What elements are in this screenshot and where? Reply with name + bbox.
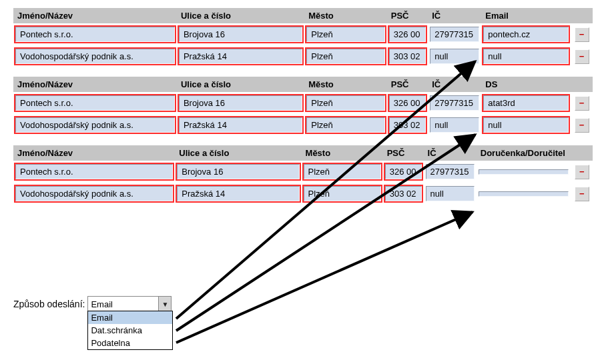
table-row: Vodohospodářský podnik a.s. Pražská 14 P… [13, 183, 593, 205]
header-row: Jméno/Název Ulice a číslo Město PSČ IČ D… [13, 145, 593, 161]
cell-name[interactable]: Pontech s.r.o. [15, 164, 173, 179]
remove-button[interactable]: − [575, 27, 589, 42]
cell-email[interactable]: pontech.cz [483, 27, 569, 42]
cell-street[interactable]: Brojova 16 [179, 95, 302, 111]
cell-street[interactable]: Pražská 14 [179, 117, 302, 133]
send-option[interactable]: Podatelna [88, 337, 172, 349]
cell-city[interactable]: Plzeň [306, 49, 384, 64]
send-option[interactable]: Dat.schránka [88, 324, 172, 337]
cell-ic[interactable]: null [430, 117, 479, 133]
cell-doruc[interactable] [479, 191, 569, 197]
col-psc: PSČ [387, 8, 428, 23]
send-option[interactable]: Email [88, 311, 172, 324]
table-email: Jméno/Název Ulice a číslo Město PSČ IČ E… [13, 8, 593, 67]
col-city: Město [304, 77, 386, 92]
col-name: Jméno/Název [13, 8, 177, 23]
send-method-value: Email [88, 299, 158, 309]
send-method-label: Způsob odeslání: [13, 296, 85, 309]
cell-street[interactable]: Brojova 16 [179, 27, 302, 42]
remove-button[interactable]: − [575, 187, 589, 201]
col-ic: IČ [428, 77, 481, 92]
cell-ds[interactable]: null [483, 117, 569, 133]
col-street: Ulice a číslo [175, 145, 301, 161]
col-last: Doručenka/Doručitel [477, 145, 571, 161]
cell-city[interactable]: Plzeň [306, 95, 384, 111]
remove-button[interactable]: − [575, 49, 589, 64]
cell-city[interactable]: Plzeň [304, 186, 381, 201]
cell-street[interactable]: Pražská 14 [177, 186, 299, 201]
cell-psc[interactable]: 303 02 [385, 186, 422, 201]
cell-name[interactable]: Pontech s.r.o. [15, 95, 175, 111]
cell-doruc[interactable] [479, 169, 569, 175]
cell-email[interactable]: null [483, 49, 569, 64]
cell-name[interactable]: Pontech s.r.o. [15, 27, 175, 42]
cell-psc[interactable]: 326 00 [389, 27, 426, 42]
cell-name[interactable]: Vodohospodářský podnik a.s. [15, 117, 175, 133]
group-ds: Jméno/Název Ulice a číslo Město PSČ IČ D… [13, 77, 593, 136]
col-psc: PSČ [383, 145, 424, 161]
table-row: Pontech s.r.o. Brojova 16 Plzeň 326 00 2… [13, 161, 593, 183]
send-method-row: Způsob odeslání: Email ▼ Email Dat.schrá… [13, 296, 172, 312]
col-name: Jméno/Název [13, 145, 175, 161]
table-dorucenka: Jméno/Název Ulice a číslo Město PSČ IČ D… [13, 145, 593, 205]
col-city: Město [304, 8, 386, 23]
col-last: DS [481, 77, 571, 92]
remove-button[interactable]: − [575, 118, 589, 133]
cell-psc[interactable]: 326 00 [389, 95, 426, 111]
header-row: Jméno/Název Ulice a číslo Město PSČ IČ E… [13, 8, 593, 23]
cell-street[interactable]: Brojova 16 [177, 164, 299, 179]
chevron-down-icon[interactable]: ▼ [158, 297, 171, 311]
table-row: Pontech s.r.o. Brojova 16 Plzeň 326 00 2… [13, 23, 593, 45]
cell-ic[interactable]: 27977315 [426, 164, 475, 179]
cell-street[interactable]: Pražská 14 [179, 49, 302, 64]
send-method-options: Email Dat.schránka Podatelna [87, 311, 173, 350]
cell-city[interactable]: Plzeň [306, 117, 384, 133]
remove-button[interactable]: − [575, 96, 589, 111]
cell-psc[interactable]: 326 00 [385, 164, 422, 179]
col-psc: PSČ [387, 77, 428, 92]
col-street: Ulice a číslo [177, 8, 304, 23]
cell-name[interactable]: Vodohospodářský podnik a.s. [15, 49, 175, 64]
table-row: Pontech s.r.o. Brojova 16 Plzeň 326 00 2… [13, 92, 593, 114]
col-street: Ulice a číslo [177, 77, 304, 92]
cell-city[interactable]: Plzeň [306, 27, 384, 42]
cell-psc[interactable]: 303 02 [389, 49, 426, 64]
group-dorucenka: Jméno/Název Ulice a číslo Město PSČ IČ D… [13, 145, 593, 205]
group-email: Jméno/Název Ulice a číslo Město PSČ IČ E… [13, 8, 593, 67]
send-method-combo[interactable]: Email ▼ Email Dat.schránka Podatelna [87, 296, 172, 312]
col-ic: IČ [428, 8, 481, 23]
cell-ic[interactable]: null [430, 49, 479, 64]
table-ds: Jméno/Název Ulice a číslo Město PSČ IČ D… [13, 77, 593, 136]
cell-ds[interactable]: atat3rd [483, 95, 569, 111]
col-name: Jméno/Název [13, 77, 177, 92]
table-row: Vodohospodářský podnik a.s. Pražská 14 P… [13, 45, 593, 67]
table-row: Vodohospodářský podnik a.s. Pražská 14 P… [13, 114, 593, 136]
svg-line-2 [176, 212, 473, 343]
col-last: Email [481, 8, 571, 23]
remove-button[interactable]: − [575, 165, 589, 179]
header-row: Jméno/Název Ulice a číslo Město PSČ IČ D… [13, 77, 593, 92]
col-ic: IČ [424, 145, 477, 161]
cell-city[interactable]: Plzeň [304, 164, 381, 179]
col-city: Město [302, 145, 383, 161]
cell-ic[interactable]: 27977315 [430, 27, 479, 42]
cell-ic[interactable]: null [426, 186, 475, 201]
cell-ic[interactable]: 27977315 [430, 95, 479, 111]
cell-psc[interactable]: 303 02 [389, 117, 426, 133]
cell-name[interactable]: Vodohospodářský podnik a.s. [15, 186, 173, 201]
